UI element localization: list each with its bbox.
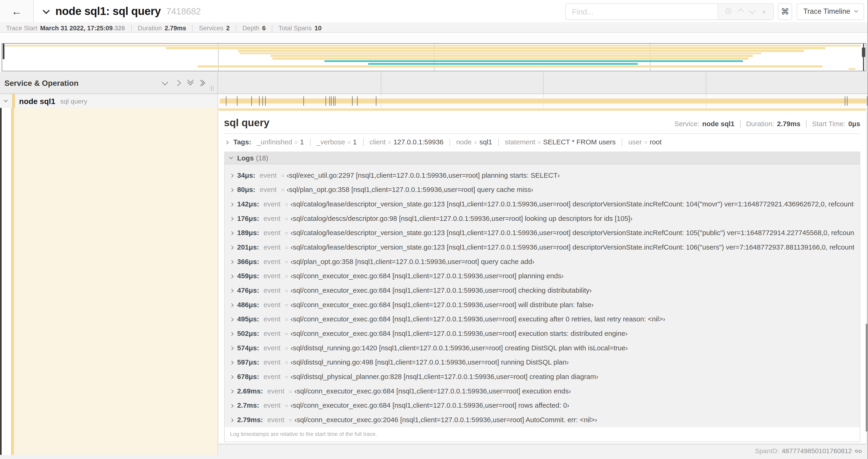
- trace-view-dropdown[interactable]: Trace Timeline: [797, 3, 864, 20]
- collapse-controls: [163, 80, 204, 85]
- log-chevron-right-icon[interactable]: [229, 318, 233, 322]
- log-chevron-right-icon[interactable]: [229, 274, 233, 278]
- expand-all-double-chevron-right-icon[interactable]: [201, 80, 204, 85]
- collapse-one-chevron-down-icon[interactable]: [162, 79, 168, 85]
- trace-meta-bar: Trace Start March 31 2022, 17:25:09 .326…: [0, 24, 868, 33]
- trace-meta-value: 2: [226, 25, 229, 31]
- log-row[interactable]: 597μs: event = ‹sql/distsql_running.go:4…: [224, 355, 860, 370]
- log-row[interactable]: 176μs: event = ‹sql/catalog/descs/descri…: [224, 211, 860, 226]
- log-row[interactable]: 142μs: event = ‹sql/catalog/lease/descri…: [224, 197, 860, 211]
- minimap-right-scrubber[interactable]: [863, 44, 864, 71]
- log-chevron-right-icon[interactable]: [229, 202, 233, 206]
- log-tick: [329, 96, 330, 106]
- link-icon[interactable]: [853, 446, 864, 456]
- log-chevron-right-icon[interactable]: [229, 231, 233, 235]
- log-chevron-right-icon[interactable]: [229, 260, 233, 264]
- find-input[interactable]: [566, 3, 717, 19]
- tags-row[interactable]: Tags: _unfinished = 1 _verbose = 1 clien…: [218, 134, 866, 150]
- log-chevron-right-icon[interactable]: [229, 361, 233, 365]
- log-row[interactable]: 2.7ms: event = ‹sql/conn_executor_exec.g…: [224, 398, 860, 413]
- log-value: ‹sql/plan_opt.go:358 [nsql1,client=127.0…: [290, 258, 534, 266]
- log-chevron-right-icon[interactable]: [229, 346, 233, 350]
- log-value: ‹sql/distsql_running.go:498 [nsql1,clien…: [290, 358, 569, 366]
- log-value: ‹sql/conn_executor_exec.go:684 [nsql1,cl…: [290, 301, 594, 309]
- log-tick: [357, 96, 358, 106]
- log-value: ‹sql/catalog/lease/descriptor_version_st…: [290, 243, 854, 251]
- log-tick: [265, 96, 265, 106]
- log-row[interactable]: 476μs: event = ‹sql/conn_executor_exec.g…: [224, 283, 860, 298]
- log-chevron-right-icon[interactable]: [229, 188, 233, 192]
- tags-chevron-right-icon[interactable]: [224, 140, 228, 144]
- trace-meta-item: Duration 2.79ms: [132, 25, 193, 31]
- span-bar[interactable]: [220, 98, 866, 103]
- span-operation-name: sql query: [60, 97, 87, 105]
- log-row[interactable]: 34μs: event = ‹sql/exec_util.go:2297 [ns…: [224, 168, 860, 183]
- log-chevron-right-icon[interactable]: [229, 303, 233, 307]
- log-chevron-right-icon[interactable]: [229, 174, 233, 178]
- log-chevron-right-icon[interactable]: [229, 390, 233, 393]
- log-chevron-right-icon[interactable]: [229, 404, 233, 408]
- scrollbar-thumb[interactable]: [866, 324, 867, 432]
- equals-sign: =: [285, 359, 288, 366]
- log-row[interactable]: 459μs: event = ‹sql/conn_executor_exec.g…: [224, 269, 860, 283]
- log-chevron-right-icon[interactable]: [229, 217, 233, 221]
- chevron-up-icon[interactable]: [738, 8, 744, 14]
- log-field-key: event: [260, 186, 277, 194]
- minimap-span-bar: [5, 44, 861, 46]
- span-row[interactable]: node sql1 sql query: [0, 94, 218, 108]
- timeline-ruler: [218, 72, 868, 94]
- log-row[interactable]: 486μs: event = ‹sql/conn_executor_exec.g…: [224, 298, 860, 312]
- minimap-left-scrubber[interactable]: [3, 44, 4, 59]
- minimap-canvas[interactable]: [2, 43, 866, 71]
- log-value: ‹sql/catalog/descs/descriptor.go:98 [nsq…: [290, 215, 632, 222]
- log-timestamp: 34μs:: [237, 171, 255, 179]
- expand-one-chevron-right-icon[interactable]: [175, 79, 181, 86]
- tag-item: user = root: [622, 138, 668, 146]
- log-row[interactable]: 366μs: event = ‹sql/plan_opt.go:358 [nsq…: [224, 255, 860, 269]
- clear-icon[interactable]: ×: [762, 7, 766, 15]
- log-row[interactable]: 495μs: event = ‹sql/conn_executor_exec.g…: [224, 312, 860, 327]
- log-chevron-right-icon[interactable]: [229, 245, 233, 250]
- log-row[interactable]: 2.69ms: event = ‹sql/conn_executor_exec.…: [224, 384, 860, 398]
- log-chevron-right-icon[interactable]: [229, 375, 233, 379]
- tag-value: 1: [300, 138, 304, 146]
- equals-sign: =: [281, 186, 285, 193]
- log-chevron-right-icon[interactable]: [229, 418, 233, 422]
- log-chevron-right-icon[interactable]: [229, 332, 233, 336]
- log-tick: [376, 96, 377, 106]
- log-row[interactable]: 80μs: event = ‹sql/plan_opt.go:358 [nsql…: [224, 183, 860, 197]
- log-row[interactable]: 502μs: event = ‹sql/conn_executor_exec.g…: [224, 327, 860, 341]
- logs-header[interactable]: Logs (18): [224, 152, 860, 164]
- trace-meta-label: Duration: [138, 25, 162, 31]
- back-button[interactable]: ←: [0, 0, 34, 23]
- tag-item: statement = SELECT * FROM users: [498, 138, 622, 146]
- column-resize-handle[interactable]: [211, 86, 214, 91]
- minimap-span-bar: [273, 58, 748, 60]
- log-row[interactable]: 678μs: event = ‹sql/distsql_physical_pla…: [224, 370, 860, 384]
- trace-meta-item: Depth 6: [236, 25, 272, 31]
- log-field-key: event: [268, 416, 284, 424]
- log-chevron-right-icon[interactable]: [229, 289, 233, 293]
- log-timestamp: 189μs:: [237, 229, 259, 237]
- trace-meta-label: Depth: [242, 25, 259, 31]
- collapse-all-double-chevron-down-icon[interactable]: [188, 80, 193, 85]
- log-row[interactable]: 574μs: event = ‹sql/distsql_running.go:1…: [224, 341, 860, 355]
- tag-value: SELECT * FROM users: [543, 138, 616, 146]
- log-row[interactable]: 201μs: event = ‹sql/catalog/lease/descri…: [224, 240, 860, 255]
- log-tick: [325, 96, 326, 106]
- focus-match-icon[interactable]: [725, 8, 731, 14]
- page-title: node sql1: sql query: [55, 5, 161, 18]
- chevron-down-icon[interactable]: [749, 7, 755, 14]
- keyboard-shortcuts-button[interactable]: ⌘: [778, 3, 793, 20]
- log-row[interactable]: 2.79ms: event = ‹sql/conn_executor_exec.…: [224, 413, 860, 427]
- title-chevron-down-icon[interactable]: [43, 7, 50, 14]
- log-field-key: event: [264, 344, 281, 352]
- tag-item: client = 127.0.0.1:59936: [363, 138, 450, 146]
- command-icon: ⌘: [781, 6, 789, 16]
- log-row[interactable]: 189μs: event = ‹sql/catalog/lease/descri…: [224, 226, 860, 240]
- detail-meta-item: Service: node sql1: [669, 120, 741, 128]
- equals-sign: =: [285, 330, 288, 337]
- logs-chevron-down-icon[interactable]: [229, 155, 233, 159]
- span-row-chevron-down-icon[interactable]: [4, 98, 8, 102]
- log-timestamp: 2.7ms:: [237, 402, 259, 409]
